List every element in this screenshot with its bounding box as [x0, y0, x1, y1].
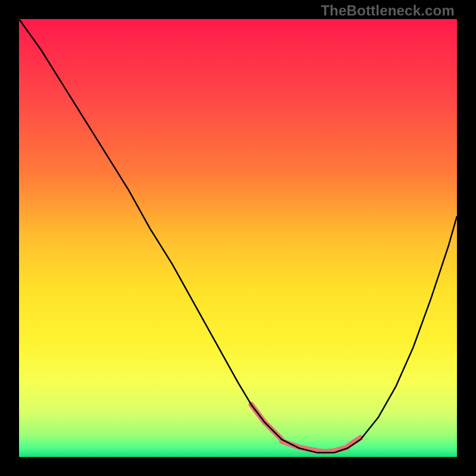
chart-frame: TheBottleneck.com [0, 0, 476, 476]
highlight-segment [347, 438, 361, 447]
plot-area [19, 19, 457, 457]
curve-layer [19, 19, 457, 457]
watermark-text: TheBottleneck.com [321, 2, 455, 19]
highlight-segment [282, 441, 347, 452]
curve-path [19, 19, 457, 453]
